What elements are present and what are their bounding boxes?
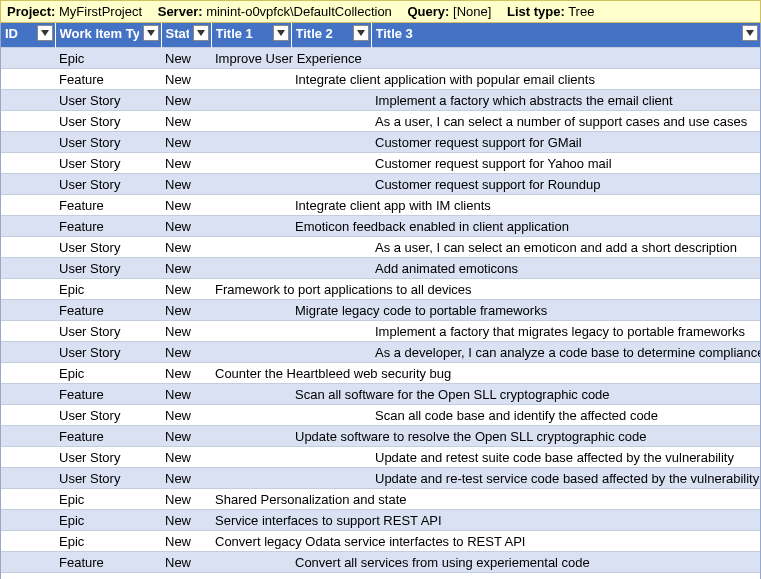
cell-title[interactable]: Service interfaces to support REST API <box>211 510 760 531</box>
cell-work-item-type[interactable]: Epic <box>55 279 161 300</box>
cell-work-item-type[interactable]: Feature <box>55 426 161 447</box>
cell-work-item-type[interactable]: Feature <box>55 300 161 321</box>
cell-work-item-type[interactable]: User Story <box>55 174 161 195</box>
cell-state[interactable]: New <box>161 510 211 531</box>
filter-dropdown-icon[interactable] <box>353 25 369 41</box>
cell-state[interactable]: New <box>161 573 211 580</box>
cell-id[interactable] <box>1 90 55 111</box>
cell-work-item-type[interactable]: User Story <box>55 111 161 132</box>
table-row[interactable]: EpicNewService interfaces to support RES… <box>1 510 760 531</box>
cell-state[interactable]: New <box>161 258 211 279</box>
filter-dropdown-icon[interactable] <box>37 25 53 41</box>
cell-state[interactable]: New <box>161 216 211 237</box>
cell-work-item-type[interactable]: Feature <box>55 195 161 216</box>
table-row[interactable]: User StoryNewCustomer request support fo… <box>1 132 760 153</box>
cell-state[interactable]: New <box>161 552 211 573</box>
cell-title[interactable]: Convert all client service calls from us… <box>291 573 760 580</box>
table-row[interactable]: FeatureNewConvert all client service cal… <box>1 573 760 580</box>
cell-work-item-type[interactable]: Feature <box>55 69 161 90</box>
cell-work-item-type[interactable]: User Story <box>55 258 161 279</box>
cell-title[interactable]: Shared Personalization and state <box>211 489 760 510</box>
cell-state[interactable]: New <box>161 531 211 552</box>
cell-title[interactable]: As a developer, I can analyze a code bas… <box>371 342 760 363</box>
table-row[interactable]: EpicNewConvert legacy Odata service inte… <box>1 531 760 552</box>
table-row[interactable]: User StoryNewImplement a factory that mi… <box>1 321 760 342</box>
cell-title[interactable]: Integrate client application with popula… <box>291 69 760 90</box>
cell-title[interactable]: Implement a factory which abstracts the … <box>371 90 760 111</box>
table-row[interactable]: FeatureNewScan all software for the Open… <box>1 384 760 405</box>
cell-title[interactable]: Customer request support for GMail <box>371 132 760 153</box>
cell-id[interactable] <box>1 468 55 489</box>
cell-state[interactable]: New <box>161 447 211 468</box>
filter-dropdown-icon[interactable] <box>193 25 209 41</box>
cell-id[interactable] <box>1 132 55 153</box>
cell-title[interactable]: Implement a factory that migrates legacy… <box>371 321 760 342</box>
cell-work-item-type[interactable]: Epic <box>55 48 161 69</box>
cell-state[interactable]: New <box>161 363 211 384</box>
cell-state[interactable]: New <box>161 90 211 111</box>
cell-title[interactable]: Integrate client app with IM clients <box>291 195 760 216</box>
cell-state[interactable]: New <box>161 489 211 510</box>
table-row[interactable]: FeatureNewIntegrate client application w… <box>1 69 760 90</box>
table-row[interactable]: FeatureNewUpdate software to resolve the… <box>1 426 760 447</box>
cell-work-item-type[interactable]: Feature <box>55 552 161 573</box>
table-row[interactable]: User StoryNewCustomer request support fo… <box>1 153 760 174</box>
table-row[interactable]: User StoryNewAs a developer, I can analy… <box>1 342 760 363</box>
cell-state[interactable]: New <box>161 111 211 132</box>
cell-work-item-type[interactable]: User Story <box>55 405 161 426</box>
cell-title[interactable]: Convert legacy Odata service interfactes… <box>211 531 760 552</box>
cell-work-item-type[interactable]: User Story <box>55 321 161 342</box>
cell-state[interactable]: New <box>161 279 211 300</box>
cell-state[interactable]: New <box>161 342 211 363</box>
cell-state[interactable]: New <box>161 174 211 195</box>
cell-title[interactable]: Convert all services from using experiem… <box>291 552 760 573</box>
cell-title[interactable]: Update software to resolve the Open SLL … <box>291 426 760 447</box>
cell-work-item-type[interactable]: Feature <box>55 216 161 237</box>
cell-work-item-type[interactable]: Feature <box>55 384 161 405</box>
filter-dropdown-icon[interactable] <box>273 25 289 41</box>
cell-title[interactable]: Add animated emoticons <box>371 258 760 279</box>
cell-id[interactable] <box>1 405 55 426</box>
cell-id[interactable] <box>1 384 55 405</box>
cell-id[interactable] <box>1 489 55 510</box>
cell-work-item-type[interactable]: Epic <box>55 531 161 552</box>
table-row[interactable]: FeatureNewEmoticon feedback enabled in c… <box>1 216 760 237</box>
cell-work-item-type[interactable]: User Story <box>55 90 161 111</box>
cell-state[interactable]: New <box>161 426 211 447</box>
cell-work-item-type[interactable]: Epic <box>55 489 161 510</box>
cell-id[interactable] <box>1 510 55 531</box>
cell-title[interactable]: Scan all software for the Open SLL crypt… <box>291 384 760 405</box>
cell-id[interactable] <box>1 300 55 321</box>
table-row[interactable]: User StoryNewScan all code base and iden… <box>1 405 760 426</box>
cell-work-item-type[interactable]: User Story <box>55 342 161 363</box>
cell-title[interactable]: Scan all code base and identify the affe… <box>371 405 760 426</box>
cell-id[interactable] <box>1 258 55 279</box>
cell-id[interactable] <box>1 363 55 384</box>
table-row[interactable]: EpicNewCounter the Heartbleed web securi… <box>1 363 760 384</box>
cell-state[interactable]: New <box>161 69 211 90</box>
cell-id[interactable] <box>1 342 55 363</box>
table-row[interactable]: User StoryNewAs a user, I can select a n… <box>1 111 760 132</box>
cell-work-item-type[interactable]: User Story <box>55 153 161 174</box>
cell-title[interactable]: As a user, I can select an emoticon and … <box>371 237 760 258</box>
col-header-title3[interactable]: Title 3 <box>371 23 760 48</box>
cell-id[interactable] <box>1 321 55 342</box>
cell-work-item-type[interactable]: User Story <box>55 447 161 468</box>
cell-id[interactable] <box>1 111 55 132</box>
cell-id[interactable] <box>1 531 55 552</box>
table-row[interactable]: User StoryNewAs a user, I can select an … <box>1 237 760 258</box>
cell-state[interactable]: New <box>161 132 211 153</box>
cell-id[interactable] <box>1 216 55 237</box>
col-header-state[interactable]: State <box>161 23 211 48</box>
cell-state[interactable]: New <box>161 237 211 258</box>
cell-id[interactable] <box>1 426 55 447</box>
cell-id[interactable] <box>1 174 55 195</box>
cell-id[interactable] <box>1 279 55 300</box>
cell-state[interactable]: New <box>161 405 211 426</box>
cell-id[interactable] <box>1 237 55 258</box>
table-row[interactable]: User StoryNewUpdate and retest suite cod… <box>1 447 760 468</box>
cell-work-item-type[interactable]: User Story <box>55 468 161 489</box>
cell-id[interactable] <box>1 153 55 174</box>
table-row[interactable]: User StoryNewUpdate and re-test service … <box>1 468 760 489</box>
filter-dropdown-icon[interactable] <box>742 25 758 41</box>
